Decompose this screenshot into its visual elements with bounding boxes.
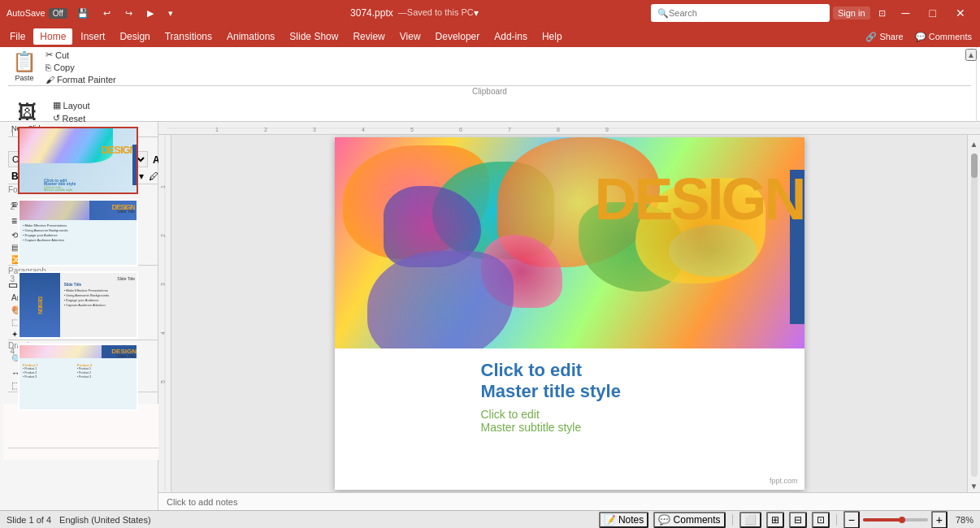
statusbar-divider2 [836, 514, 837, 526]
zoom-out-button[interactable]: − [843, 511, 860, 529]
notes-placeholder: Click to add notes [167, 497, 237, 507]
horizontal-ruler: 1 2 3 4 5 6 7 8 9 [158, 122, 980, 135]
slide-info: Slide 1 of 4 [7, 515, 51, 525]
titlebar: AutoSave Off 💾 ↩ ↪ ▶ ▾ 3074.pptx — Saved… [0, 0, 980, 26]
watermark: fppt.com [770, 477, 798, 485]
menu-addins[interactable]: Add-ins [488, 28, 534, 45]
reset-button[interactable]: ↺ Reset [50, 112, 99, 124]
menu-developer[interactable]: Developer [429, 28, 487, 45]
zoom-thumb[interactable] [899, 517, 905, 523]
clipboard-small-group: ✂ Cut ⎘ Copy 🖌 Format Painter [42, 49, 119, 85]
autosave-badge[interactable]: Off [49, 8, 67, 19]
menu-home[interactable]: Home [33, 28, 72, 45]
share-button[interactable]: 🔗 Share [861, 30, 908, 44]
cut-button[interactable]: ✂ Cut [42, 49, 119, 61]
saved-dropdown[interactable]: ▾ [474, 7, 479, 19]
titlebar-center: 3074.pptx — Saved to this PC ▾ [178, 7, 651, 19]
slide-thumb-3[interactable]: 3 DESIGN Slide Title Slide Title • Make … [3, 271, 154, 339]
menu-review[interactable]: Review [346, 28, 391, 45]
slide-subtitle2[interactable]: Master subtitle style [481, 421, 791, 434]
slide-thumb-4[interactable]: 4 DESIGN Slide Title Product 1 • Pro [3, 344, 154, 411]
ribbon: 📋 Paste ✂ Cut ⎘ Copy 🖌 Format Painter Cl… [0, 47, 980, 122]
layout-button[interactable]: ▦ Layout [50, 99, 99, 111]
paste-icon: 📋 [12, 50, 37, 73]
ribbon-collapse-button[interactable]: ▲ [965, 49, 977, 61]
svg-text:5: 5 [410, 127, 414, 132]
language-info: English (United States) [59, 515, 151, 525]
menu-transitions[interactable]: Transitions [158, 28, 219, 45]
autosave-label: AutoSave [7, 8, 46, 18]
slide-canvas[interactable]: DESIGN Click to edit Master title style … [335, 137, 804, 490]
normal-view-button[interactable]: ⬜ [739, 512, 761, 528]
statusbar-divider [732, 514, 733, 526]
restore-button[interactable]: □ [921, 5, 944, 21]
slide-sorter-button[interactable]: ⊞ [766, 512, 784, 528]
zoom-level[interactable]: 78% [951, 515, 973, 525]
svg-text:2: 2 [264, 127, 267, 132]
svg-text:3: 3 [160, 283, 166, 286]
menu-help[interactable]: Help [536, 28, 569, 45]
vertical-ruler: 1 2 3 4 5 [158, 135, 171, 492]
autosave-area: AutoSave Off [7, 8, 67, 19]
paste-button[interactable]: 📋 Paste [8, 49, 41, 84]
slide-viewport: DESIGN Click to edit Master title style … [171, 135, 967, 492]
undo-button[interactable]: ↩ [98, 6, 115, 20]
titlebar-right: 🔍 Sign in ⊡ ─ □ ✕ [651, 4, 973, 22]
search-input[interactable] [669, 8, 799, 18]
svg-text:8: 8 [557, 127, 560, 132]
slide-thumb-1[interactable]: 1 DESIGN Click to edit Master title styl… [3, 127, 154, 194]
notes-bar[interactable]: Click to add notes [158, 492, 980, 510]
svg-text:4: 4 [362, 127, 365, 132]
menu-file[interactable]: File [3, 28, 32, 45]
slide-4-thumbnail[interactable]: DESIGN Slide Title Product 1 • Product 1… [18, 344, 138, 411]
signin-button[interactable]: Sign in [833, 6, 870, 19]
menu-animations[interactable]: Animations [220, 28, 281, 45]
ribbon-display-button[interactable]: ⊡ [874, 6, 891, 20]
design-overlay-text: DESIGN [594, 170, 804, 228]
svg-text:5: 5 [160, 380, 166, 383]
statusbar-right: 📝 Notes 💬 Comments ⬜ ⊞ ⊟ ⊡ − + 78% [599, 511, 973, 529]
slide-main-title[interactable]: Click to edit Master title style [481, 360, 791, 403]
redo-button[interactable]: ↪ [120, 6, 137, 20]
svg-text:1: 1 [160, 185, 166, 188]
scrollbar-thumb[interactable] [971, 154, 978, 178]
right-scrollbar: ▲ ▼ [967, 135, 980, 492]
menu-view[interactable]: View [393, 28, 427, 45]
zoom-slider[interactable] [863, 518, 928, 522]
menubar: File Home Insert Design Transitions Anim… [0, 26, 980, 47]
highlight-icon: 🖊 [149, 171, 158, 182]
menu-slideshow[interactable]: Slide Show [283, 28, 345, 45]
close-button[interactable]: ✕ [947, 5, 973, 21]
copy-button[interactable]: ⎘ Copy [42, 62, 119, 73]
slide-2-thumbnail[interactable]: DESIGN Slide Title • Make Effective Pres… [18, 199, 138, 266]
format-painter-button[interactable]: 🖌 Format Painter [42, 74, 119, 85]
minimize-button[interactable]: ─ [894, 5, 918, 21]
slide-subtitle1[interactable]: Click to edit [481, 408, 791, 421]
svg-text:1: 1 [215, 127, 219, 132]
statusbar-left: Slide 1 of 4 English (United States) [7, 515, 151, 525]
rect-icon[interactable]: ▭ [8, 279, 18, 291]
slide-3-thumbnail[interactable]: DESIGN Slide Title Slide Title • Make Ef… [18, 271, 138, 339]
reading-view-button[interactable]: ⊟ [789, 512, 807, 528]
svg-text:6: 6 [459, 127, 462, 132]
ribbon-group-clipboard: 📋 Paste ✂ Cut ⎘ Copy 🖌 Format Painter Cl… [3, 47, 977, 97]
zoom-track: − + 78% [843, 511, 973, 529]
slide-thumb-2[interactable]: 2 DESIGN Slide Title • Make Effective Pr… [3, 199, 154, 266]
scroll-down-button[interactable]: ▼ [969, 480, 980, 492]
master-title-text: Master title style [481, 381, 791, 402]
zoom-in-button[interactable]: + [931, 511, 947, 529]
comments-button[interactable]: 💬 Comments [910, 30, 977, 44]
slide-image-area: DESIGN [335, 137, 804, 348]
search-box[interactable]: 🔍 [651, 4, 830, 22]
slideshow-button[interactable]: ⊡ [812, 512, 830, 528]
save-button[interactable]: 💾 [72, 6, 93, 20]
slide-1-thumbnail[interactable]: DESIGN Click to edit Master title style … [18, 127, 138, 194]
menu-insert[interactable]: Insert [74, 28, 111, 45]
customize-button[interactable]: ▾ [163, 6, 178, 20]
scroll-up-button[interactable]: ▲ [969, 138, 980, 150]
present-button[interactable]: ▶ [142, 6, 158, 20]
notes-toggle-button[interactable]: 📝 Notes [599, 512, 649, 528]
svg-text:9: 9 [605, 127, 609, 132]
comments-toggle-button[interactable]: 💬 Comments [653, 512, 725, 528]
menu-design[interactable]: Design [113, 28, 156, 45]
